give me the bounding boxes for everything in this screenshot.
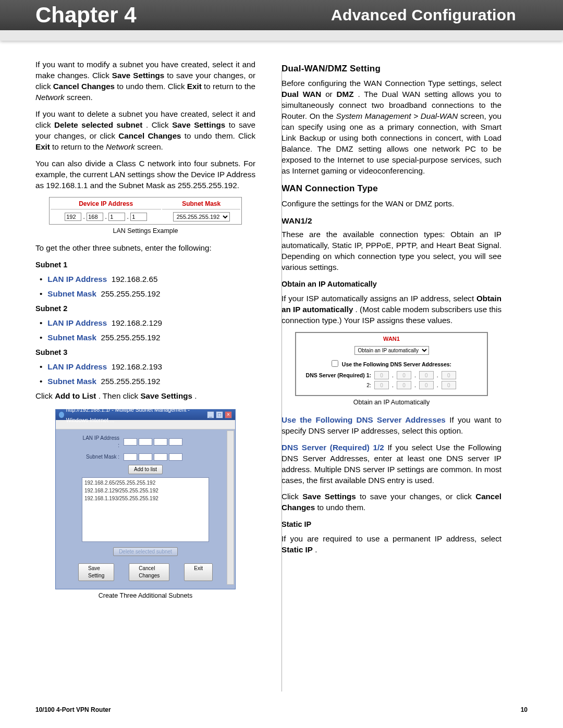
page-header: Chapter 4 Advanced Configuration xyxy=(0,0,563,41)
bold: Save Settings xyxy=(112,71,164,80)
bold: Exit xyxy=(35,142,50,151)
scrollbar[interactable] xyxy=(227,430,234,585)
para-obtain-ip: If your ISP automatically assigns an IP … xyxy=(282,293,501,326)
heading-dual-wan: Dual-WAN/DMZ Setting xyxy=(282,63,501,75)
cancel-changes-button[interactable]: Cancel Changes xyxy=(129,563,169,581)
list-item[interactable]: 192.168.2.65/255.255.255.192 xyxy=(84,479,206,487)
col-device-ip: Device IP Address xyxy=(51,199,161,210)
subnet-listbox[interactable]: 192.168.2.65/255.255.255.192 192.168.2.1… xyxy=(82,477,209,542)
ip-oct4[interactable] xyxy=(130,213,147,221)
window-title: http://192.168.1.1/ - Multiple Subnet Ma… xyxy=(66,404,207,425)
subnet-1-title: Subnet 1 xyxy=(35,260,255,270)
para-static-ip: If you are required to use a permanent I… xyxy=(282,534,501,556)
text: If you are required to use a permanent I… xyxy=(282,534,501,543)
ip-oct3[interactable] xyxy=(108,213,125,221)
text: . xyxy=(315,545,317,554)
text: to save your changes, or click xyxy=(360,492,475,501)
dns1-oct1[interactable] xyxy=(374,371,389,379)
value: 192.168.2.65 xyxy=(112,275,158,283)
dns2-oct2[interactable] xyxy=(397,381,411,389)
label: Subnet Mask xyxy=(47,333,96,342)
subnet-mask-label: Subnet Mask : xyxy=(82,453,119,461)
dns1-oct2[interactable] xyxy=(397,371,411,379)
label: LAN IP Address xyxy=(47,275,107,283)
label: LAN IP Address xyxy=(47,318,107,327)
save-setting-button[interactable]: Save Setting xyxy=(78,563,114,581)
list-item[interactable]: 192.168.2.129/255.255.255.192 xyxy=(84,487,206,495)
bold: Delete selected subnet xyxy=(54,120,142,129)
text: to return to the xyxy=(52,142,106,151)
text: Click xyxy=(35,391,55,400)
para-save-cancel: Click Save Settings to save your changes… xyxy=(282,491,501,513)
subnet-mask-cell: 255.255.255.192 xyxy=(162,211,240,223)
ip-oct2[interactable] xyxy=(87,213,103,221)
text: screen, you can specify using one as a p… xyxy=(282,112,501,175)
dns2-oct1[interactable] xyxy=(374,381,389,389)
ie-icon xyxy=(59,412,64,418)
delete-subnet-button[interactable]: Delete selected subnet xyxy=(113,547,178,557)
maximize-icon[interactable]: □ xyxy=(216,411,223,418)
page-footer: 10/100 4-Port VPN Router 10 xyxy=(35,706,528,713)
value: 255.255.255.192 xyxy=(101,333,160,342)
bold: Cancel Changes xyxy=(53,82,115,91)
list-item: LAN IP Address 192.168.2.193 xyxy=(40,362,255,373)
para-modify-subnet: If you want to modify a subnet you have … xyxy=(35,59,255,103)
section-name: Advanced Configuration xyxy=(331,6,516,24)
dns2-oct4[interactable] xyxy=(442,381,456,389)
italic: System Management > Dual-WAN xyxy=(336,112,458,120)
bold: Static IP xyxy=(282,545,313,554)
para-delete-subnet: If you want to delete a subnet you have … xyxy=(35,109,255,153)
para-add-to-list: Click Add to List . Then click Save Sett… xyxy=(35,391,255,402)
italic: Network xyxy=(106,142,135,151)
right-column: Dual-WAN/DMZ Setting Before configuring … xyxy=(282,59,501,608)
exit-button[interactable]: Exit xyxy=(184,563,213,581)
close-icon[interactable]: × xyxy=(225,411,232,418)
para-dual-wan: Before configuring the WAN Connection Ty… xyxy=(282,78,501,177)
label: LAN IP Address xyxy=(47,362,107,371)
value: 192.168.2.129 xyxy=(112,318,162,327)
dns2-oct3[interactable] xyxy=(419,381,434,389)
label: Use the Following DNS Server Addresses xyxy=(282,415,446,424)
label: DNS Server (Required) 1/2 xyxy=(282,443,384,452)
device-ip-cell: . . . xyxy=(51,211,161,223)
figure-multiple-subnet-window: http://192.168.1.1/ - Multiple Subnet Ma… xyxy=(55,409,236,589)
text: Click xyxy=(282,492,302,501)
figure2-caption: Obtain an IP Automatically xyxy=(282,398,501,407)
bold: Add to List xyxy=(55,391,96,400)
dns2-label: 2: xyxy=(302,381,371,389)
bold: Save Settings xyxy=(172,120,225,129)
product-name: 10/100 4-Port VPN Router xyxy=(35,706,111,713)
text: If your ISP automatically assigns an IP … xyxy=(282,294,476,303)
dns1-label: DNS Server (Required) 1: xyxy=(302,372,371,379)
subnet-mask-select[interactable]: 255.255.255.192 xyxy=(173,212,230,221)
heading-obtain-ip: Obtain an IP Automatically xyxy=(282,279,501,289)
text: . xyxy=(194,391,197,400)
subnet-2-title: Subnet 2 xyxy=(35,303,255,314)
list-item: Subnet Mask 255.255.255.192 xyxy=(40,332,255,343)
chapter-title: Chapter 4 xyxy=(35,3,137,28)
add-to-list-button[interactable]: Add to list xyxy=(128,465,163,474)
lan-settings-caption: LAN Settings Example xyxy=(35,227,255,236)
minimize-icon[interactable]: _ xyxy=(207,411,214,418)
list-item: Subnet Mask 255.255.255.192 xyxy=(40,376,255,387)
column-divider xyxy=(282,71,282,692)
wan1-title: WAN1 xyxy=(300,335,483,343)
use-dns-checkbox[interactable] xyxy=(332,360,338,367)
text: . Then click xyxy=(99,391,141,400)
para-divide-network: You can also divide a Class C network in… xyxy=(35,158,255,191)
text: to undo them. Click xyxy=(117,82,187,91)
list-item[interactable]: 192.168.1.193/255.255.255.192 xyxy=(84,495,206,502)
dns1-oct4[interactable] xyxy=(442,371,456,379)
italic: Network xyxy=(35,93,65,102)
dns1-oct3[interactable] xyxy=(419,371,434,379)
para-configure-wan: Configure the settings for the WAN or DM… xyxy=(282,199,501,209)
left-column: If you want to modify a subnet you have … xyxy=(35,59,255,608)
heading-wan12: WAN1/2 xyxy=(282,215,501,226)
page-number: 10 xyxy=(521,706,528,713)
col-subnet-mask: Subnet Mask xyxy=(162,199,240,210)
lan-settings-table: Device IP Address Subnet Mask . . . 255.… xyxy=(49,197,242,225)
connection-type-select[interactable]: Obtain an IP automatically xyxy=(354,346,429,355)
bold: Save Settings xyxy=(302,492,356,501)
ip-oct1[interactable] xyxy=(65,213,81,221)
text: to undo them. xyxy=(317,503,365,512)
